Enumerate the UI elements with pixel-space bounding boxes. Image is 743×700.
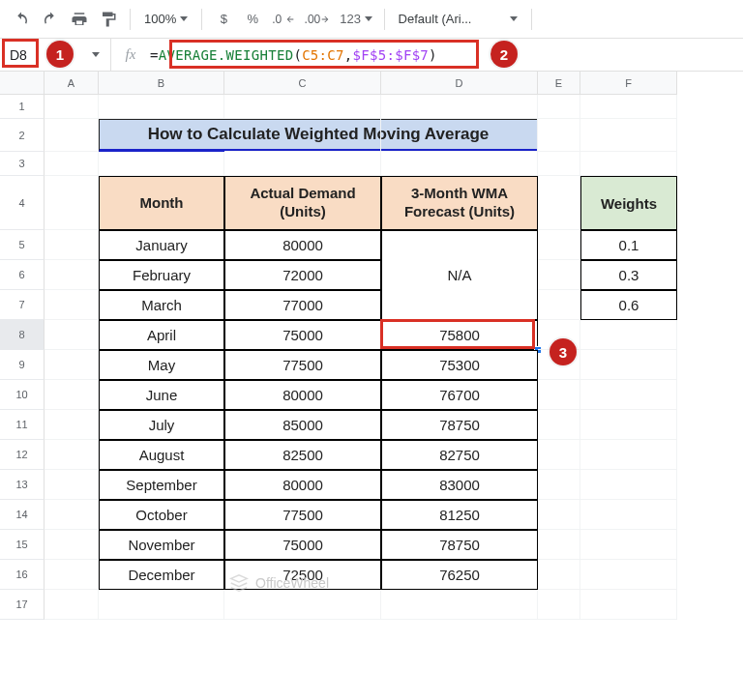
row-header[interactable]: 16	[0, 560, 45, 590]
cell[interactable]	[99, 590, 224, 620]
row-header[interactable]: 1	[0, 95, 45, 119]
col-header[interactable]: E	[538, 72, 580, 95]
cell[interactable]	[580, 380, 677, 410]
col-header[interactable]: B	[99, 72, 224, 95]
undo-button[interactable]	[8, 6, 35, 33]
table-cell[interactable]: 75300	[381, 350, 538, 380]
table-cell[interactable]: 78750	[381, 410, 538, 440]
row-header[interactable]: 8	[0, 320, 45, 350]
cell[interactable]	[580, 470, 677, 500]
more-formats-dropdown[interactable]: 123	[336, 6, 375, 33]
cell[interactable]	[580, 350, 677, 380]
table-header-forecast[interactable]: 3-Month WMA Forecast (Units)	[381, 176, 538, 230]
cell[interactable]	[538, 590, 580, 620]
cell[interactable]	[99, 95, 224, 119]
name-box-caret[interactable]	[81, 52, 110, 57]
cell[interactable]	[580, 95, 677, 119]
table-cell[interactable]: August	[99, 440, 224, 470]
row-header[interactable]: 13	[0, 470, 45, 500]
cell[interactable]	[538, 152, 580, 176]
font-dropdown[interactable]: Default (Ari...	[393, 12, 523, 26]
table-cell[interactable]: 78750	[381, 530, 538, 560]
cell[interactable]	[538, 119, 580, 152]
cell[interactable]	[580, 590, 677, 620]
table-cell[interactable]: 83000	[381, 470, 538, 500]
row-header[interactable]: 6	[0, 260, 45, 290]
table-cell[interactable]: 75000	[224, 530, 381, 560]
cell[interactable]	[538, 560, 580, 590]
cell[interactable]	[538, 230, 580, 260]
cell[interactable]	[580, 500, 677, 530]
table-cell[interactable]: 77000	[224, 290, 381, 320]
cell[interactable]	[538, 500, 580, 530]
increase-decimal-button[interactable]: .00	[301, 6, 335, 33]
table-cell[interactable]: 75000	[224, 320, 381, 350]
name-box[interactable]: D8	[0, 47, 50, 63]
table-cell[interactable]: 76250	[381, 560, 538, 590]
row-header[interactable]: 15	[0, 530, 45, 560]
col-header[interactable]: A	[45, 72, 99, 95]
row-header[interactable]: 11	[0, 410, 45, 440]
cell[interactable]	[45, 470, 99, 500]
row-header[interactable]: 5	[0, 230, 45, 260]
cell[interactable]	[580, 530, 677, 560]
cell[interactable]	[45, 230, 99, 260]
table-cell[interactable]: 82750	[381, 440, 538, 470]
table-header-month[interactable]: Month	[99, 176, 224, 230]
row-header[interactable]: 10	[0, 380, 45, 410]
cell[interactable]	[538, 176, 580, 230]
select-all-corner[interactable]	[0, 72, 45, 95]
cell[interactable]	[99, 152, 224, 176]
cell[interactable]	[45, 410, 99, 440]
cell[interactable]	[45, 152, 99, 176]
table-cell-na[interactable]: N/A	[381, 260, 538, 290]
table-cell[interactable]: December	[99, 560, 224, 590]
table-cell[interactable]: 77500	[224, 500, 381, 530]
cell[interactable]	[224, 95, 381, 119]
table-cell[interactable]: 0.6	[580, 290, 677, 320]
table-cell[interactable]: 77500	[224, 350, 381, 380]
col-header[interactable]: C	[224, 72, 381, 95]
table-cell[interactable]: March	[99, 290, 224, 320]
cell[interactable]	[45, 590, 99, 620]
row-header[interactable]: 12	[0, 440, 45, 470]
cell[interactable]	[538, 410, 580, 440]
cell[interactable]	[538, 440, 580, 470]
row-header[interactable]: 4	[0, 176, 45, 230]
table-cell[interactable]: April	[99, 320, 224, 350]
cell[interactable]	[580, 560, 677, 590]
cell[interactable]	[580, 320, 677, 350]
cell[interactable]	[45, 95, 99, 119]
cell[interactable]	[580, 152, 677, 176]
table-cell[interactable]	[381, 290, 538, 320]
cell[interactable]	[381, 590, 538, 620]
cell[interactable]	[45, 560, 99, 590]
cell[interactable]	[538, 470, 580, 500]
cell[interactable]	[45, 290, 99, 320]
row-header[interactable]: 9	[0, 350, 45, 380]
formula-input[interactable]: =AVERAGE.WEIGHTED(C5:C7,$F$5:$F$7)	[150, 47, 437, 63]
row-header[interactable]: 14	[0, 500, 45, 530]
format-percent-button[interactable]: %	[239, 6, 266, 33]
decrease-decimal-button[interactable]: .0	[268, 6, 298, 33]
cell[interactable]	[45, 500, 99, 530]
format-currency-button[interactable]: $	[210, 6, 237, 33]
cell[interactable]	[538, 95, 580, 119]
cell[interactable]	[538, 290, 580, 320]
table-cell[interactable]: January	[99, 230, 224, 260]
cell[interactable]	[45, 530, 99, 560]
selected-cell[interactable]: 75800	[381, 320, 538, 350]
table-cell[interactable]: February	[99, 260, 224, 290]
cell[interactable]	[45, 380, 99, 410]
table-cell[interactable]	[381, 230, 538, 260]
cell[interactable]	[224, 152, 381, 176]
cell[interactable]	[224, 590, 381, 620]
table-cell[interactable]: October	[99, 500, 224, 530]
cell[interactable]	[45, 440, 99, 470]
table-cell[interactable]: 80000	[224, 470, 381, 500]
cell[interactable]	[580, 410, 677, 440]
row-header[interactable]: 17	[0, 590, 45, 620]
cell[interactable]	[45, 350, 99, 380]
print-button[interactable]	[66, 6, 93, 33]
col-header[interactable]: F	[580, 72, 677, 95]
